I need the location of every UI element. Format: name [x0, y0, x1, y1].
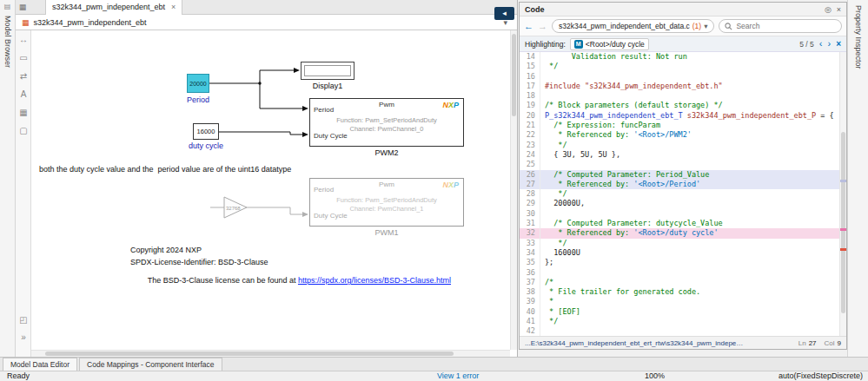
code-line[interactable]: 26 /* Computed Parameter: Period_Value	[520, 170, 839, 180]
search-box[interactable]	[719, 19, 842, 33]
code-text	[540, 268, 545, 278]
annotation-note[interactable]: both the duty cycle value and the period…	[39, 165, 291, 174]
code-text: */	[540, 141, 567, 150]
code-line[interactable]: 34 16000U	[520, 248, 839, 258]
pwm1-function-text: Function: Pwm_SetPeriodAndDuty	[310, 196, 463, 204]
zoom-level: 100%	[645, 371, 665, 381]
line-number: 21	[520, 121, 540, 130]
code-scrollbar-thumb[interactable]	[841, 132, 845, 313]
code-line[interactable]: 38 * File trailer for generated code.	[520, 287, 839, 297]
code-line[interactable]: 29 20000U,	[520, 199, 839, 208]
model-icon: ▦	[22, 18, 30, 27]
pwm2-block-label: PWM2	[309, 148, 464, 157]
display-block-label: Display1	[301, 82, 354, 90]
code-editor-area[interactable]: 14 Validation result: Not run15 */1617#i…	[520, 52, 846, 336]
code-text	[540, 209, 545, 219]
line-number: 39	[520, 297, 540, 306]
code-line[interactable]: 25	[520, 160, 839, 169]
compare-icon[interactable]: ⇄	[16, 67, 31, 85]
model-browser-tab[interactable]: Model Browser	[3, 16, 12, 68]
code-line[interactable]: 24 { 3U, 5U, 5U },	[520, 150, 839, 160]
highlighting-label: Highlighting:	[525, 40, 566, 49]
code-line[interactable]: 40 * [EOF]	[520, 307, 839, 317]
file-selector[interactable]: s32k344_pwm_independent_ebt_data.c (1) ▾	[552, 19, 714, 33]
annotation-icon[interactable]: A	[16, 85, 31, 103]
highlight-badge[interactable]: M <Root>/duty cycle	[570, 38, 649, 50]
tab-code-mappings[interactable]: Code Mappings - Component Interface	[79, 358, 222, 371]
collapse-panel-button[interactable]: ◂	[494, 7, 514, 20]
canvas-vertical-scrollbar[interactable]	[510, 30, 517, 350]
breadcrumb[interactable]: ▦ s32k344_pwm_independent_ebt ▾	[16, 15, 517, 30]
code-line[interactable]: 41 */	[520, 317, 839, 326]
code-text: */	[540, 239, 567, 248]
code-line[interactable]: 21 /* Expression: funcParam	[520, 121, 839, 130]
period-constant-block[interactable]: 20000	[187, 74, 209, 93]
document-tab[interactable]: s32k344_pwm_independent_ebt ×	[45, 0, 182, 15]
code-line[interactable]: 15 */	[520, 62, 839, 71]
line-number: 24	[520, 150, 540, 160]
forward-button[interactable]: →	[538, 22, 547, 31]
license-link[interactable]: https://spdx.org/licenses/BSD-3-Clause.h…	[298, 276, 451, 285]
code-text	[540, 326, 545, 336]
solver-info[interactable]: auto(FixedStepDiscrete)	[779, 371, 863, 381]
scrollbar-marker	[840, 248, 846, 251]
panel-grid-icon[interactable]: ▤	[0, 3, 15, 10]
code-scrollbar[interactable]	[839, 52, 846, 336]
code-panel-title: Code	[525, 5, 545, 14]
status-ready: Ready	[7, 371, 30, 381]
expand-toolbar-icon[interactable]: »	[16, 328, 31, 346]
tab-close-icon[interactable]: ×	[171, 3, 176, 11]
pwm1-period-port: Period	[314, 186, 334, 194]
viewmarks-icon[interactable]: ◰	[16, 311, 31, 329]
code-line[interactable]: 27 * Referenced by: '<Root>/Period'	[520, 180, 839, 189]
pwm2-block[interactable]: Pwm Period Duty Cycle Function: Pwm_SetP…	[309, 98, 464, 147]
select-region-icon[interactable]: ▭	[16, 49, 31, 67]
gain-block[interactable]: 32768	[224, 197, 247, 218]
code-panel-header: Code ◎ ×	[520, 3, 846, 16]
canvas-horizontal-scrollbar[interactable]	[31, 350, 510, 357]
ln-label: Ln	[798, 339, 806, 347]
tab-model-data-editor[interactable]: Model Data Editor	[3, 358, 77, 371]
code-line[interactable]: 18	[520, 91, 839, 101]
close-icon[interactable]: ×	[837, 5, 841, 14]
pan-icon[interactable]: ↔	[16, 30, 31, 49]
previous-match-button[interactable]: ‹	[819, 39, 823, 49]
code-line[interactable]: 19/* Block parameters (default storage) …	[520, 101, 839, 110]
code-line[interactable]: 23 */	[520, 141, 839, 150]
code-line[interactable]: 33 */	[520, 239, 839, 248]
duty-cycle-constant-block[interactable]: 16000	[193, 123, 219, 140]
image-icon[interactable]: ▦	[16, 103, 31, 122]
display-block[interactable]	[301, 62, 354, 80]
pwm1-block[interactable]: Pwm Period Duty Cycle Function: Pwm_SetP…	[309, 178, 464, 227]
code-line[interactable]: 20P_s32k344_pwm_independent_ebt_T s32k34…	[520, 111, 839, 121]
model-canvas[interactable]: 32768 20000 Period Display1 16000 duty c…	[31, 30, 517, 357]
code-line[interactable]: 16	[520, 72, 839, 82]
line-number: 41	[520, 317, 540, 326]
undock-icon[interactable]: ◎	[825, 5, 832, 14]
line-number: 38	[520, 287, 540, 297]
code-line[interactable]: 42	[520, 326, 839, 336]
code-line[interactable]: 37/*	[520, 278, 839, 287]
code-text: *	[540, 297, 553, 306]
next-match-button[interactable]: ›	[827, 39, 831, 49]
code-text: */	[540, 189, 567, 199]
pwm1-channel-text: Channel: PwmChannel_1	[310, 205, 463, 213]
code-line[interactable]: 28 */	[520, 189, 839, 199]
search-input[interactable]	[736, 22, 836, 30]
code-line[interactable]: 39 *	[520, 297, 839, 306]
back-button[interactable]: ←	[524, 22, 533, 31]
code-line[interactable]: 35};	[520, 258, 839, 267]
code-line[interactable]: 30	[520, 209, 839, 219]
code-line[interactable]: 22 * Referenced by: '<Root>/PWM2'	[520, 130, 839, 140]
view-error-link[interactable]: View 1 error	[437, 371, 479, 381]
tabstrip-grid-icon[interactable]: ▦	[16, 3, 30, 11]
code-line[interactable]: 32 * Referenced by: '<Root>/duty cycle'	[520, 228, 839, 238]
code-line[interactable]: 17#include "s32k344_pwm_independent_ebt.…	[520, 82, 839, 91]
code-line[interactable]: 36	[520, 268, 839, 278]
clear-highlight-button[interactable]: ×	[836, 39, 841, 49]
code-line[interactable]: 14 Validation result: Not run	[520, 52, 839, 62]
code-line[interactable]: 31 /* Computed Parameter: dutycycle_Valu…	[520, 219, 839, 228]
property-inspector-tab[interactable]: Property Inspector	[854, 5, 863, 69]
line-number: 29	[520, 199, 540, 208]
area-icon[interactable]: ▢	[16, 122, 31, 140]
